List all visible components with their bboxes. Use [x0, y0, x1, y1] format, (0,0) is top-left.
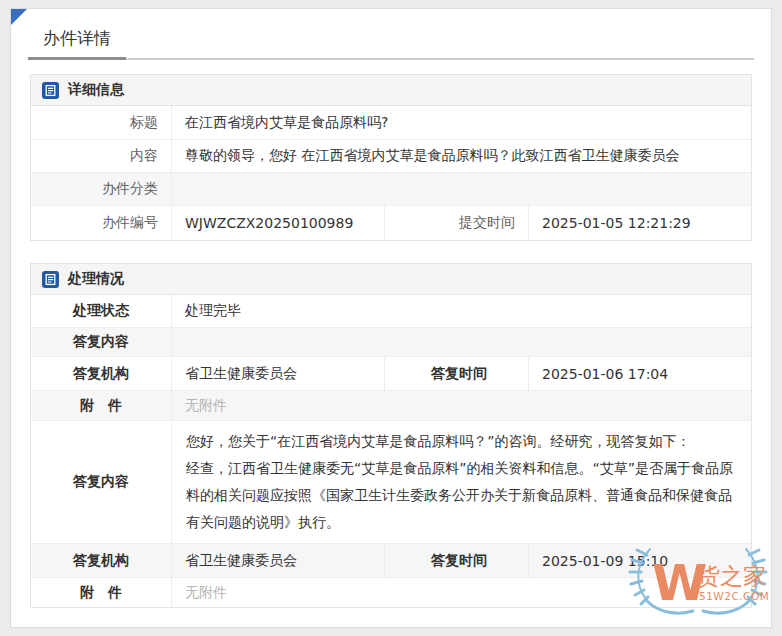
reply-time-value: 2025-01-09 15:10: [528, 544, 751, 577]
table-row: 处理状态 处理完毕: [31, 295, 751, 327]
row-label: 附 件: [31, 578, 171, 607]
table-row: 答复内容 您好，您关于“在江西省境内艾草是食品原料吗？”的咨询。经研究，现答复如…: [31, 420, 751, 543]
case-number-value: WJWZCZX20250100989: [171, 206, 384, 240]
document-icon: [42, 271, 59, 288]
row-label: 标题: [31, 106, 171, 139]
table-row: 办件分类: [31, 172, 751, 205]
table-row: 办件编号 WJWZCZX20250100989 提交时间 2025-01-05 …: [31, 205, 751, 240]
reply-time-value: 2025-01-06 17:04: [528, 357, 751, 390]
reply-content-empty: [171, 328, 751, 356]
table-row: 附 件 无附件: [31, 390, 751, 420]
case-content-value: 尊敬的领导，您好 在江西省境内艾草是食品原料吗？此致江西省卫生健康委员会: [171, 140, 751, 172]
submit-time-value: 2025-01-05 12:21:29: [528, 206, 751, 240]
section-title: 详细信息: [68, 81, 124, 99]
attachment-value: 无附件: [171, 391, 751, 420]
row-label: 提交时间: [384, 206, 528, 240]
row-label: 答复机构: [31, 357, 171, 390]
case-detail-card: 办件详情 详细信息 标题 在江西省境内艾草是食品原料吗? 内容 尊敬的领导，您好…: [10, 8, 772, 628]
row-label: 办件分类: [31, 173, 171, 205]
table-row: 内容 尊敬的领导，您好 在江西省境内艾草是食品原料吗？此致江西省卫生健康委员会: [31, 139, 751, 172]
row-label: 答复内容: [31, 421, 171, 543]
reply-org-value: 省卫生健康委员会: [171, 357, 384, 390]
table-row: 答复内容: [31, 327, 751, 356]
table-row: 答复机构 省卫生健康委员会 答复时间 2025-01-09 15:10: [31, 543, 751, 577]
page-title: 办件详情: [43, 27, 754, 50]
process-status-header: 处理情况: [31, 264, 751, 295]
page-title-block: 办件详情: [28, 9, 754, 60]
row-label: 答复时间: [384, 544, 528, 577]
row-label: 答复内容: [31, 328, 171, 356]
attachment-value: 无附件: [171, 578, 751, 607]
reply-content-line: 您好，您关于“在江西省境内艾草是食品原料吗？”的咨询。经研究，现答复如下：: [186, 428, 737, 455]
table-row: 标题 在江西省境内艾草是食品原料吗?: [31, 106, 751, 139]
corner-accent: [11, 9, 27, 25]
reply-content-value: 您好，您关于“在江西省境内艾草是食品原料吗？”的咨询。经研究，现答复如下： 经查…: [171, 421, 751, 543]
document-icon: [42, 82, 59, 99]
row-label: 答复时间: [384, 357, 528, 390]
section-detail-info: 详细信息 标题 在江西省境内艾草是食品原料吗? 内容 尊敬的领导，您好 在江西省…: [30, 74, 752, 241]
case-title-value: 在江西省境内艾草是食品原料吗?: [171, 106, 751, 139]
row-label: 答复机构: [31, 544, 171, 577]
table-row: 答复机构 省卫生健康委员会 答复时间 2025-01-06 17:04: [31, 356, 751, 390]
row-label: 附 件: [31, 391, 171, 420]
section-process-status: 处理情况 处理状态 处理完毕 答复内容 答复机构 省卫生健康委员会 答复时间 2…: [30, 263, 752, 608]
process-status-value: 处理完毕: [171, 295, 751, 327]
reply-content-line: 经查，江西省卫生健康委无“艾草是食品原料”的相关资料和信息。“艾草”是否属于食品…: [186, 455, 737, 536]
reply-org-value: 省卫生健康委员会: [171, 544, 384, 577]
section-title: 处理情况: [68, 270, 124, 288]
row-label: 内容: [31, 140, 171, 172]
case-category-value: [171, 173, 751, 205]
row-label: 办件编号: [31, 206, 171, 240]
detail-info-header: 详细信息: [31, 75, 751, 106]
row-label: 处理状态: [31, 295, 171, 327]
table-row: 附 件 无附件: [31, 577, 751, 607]
